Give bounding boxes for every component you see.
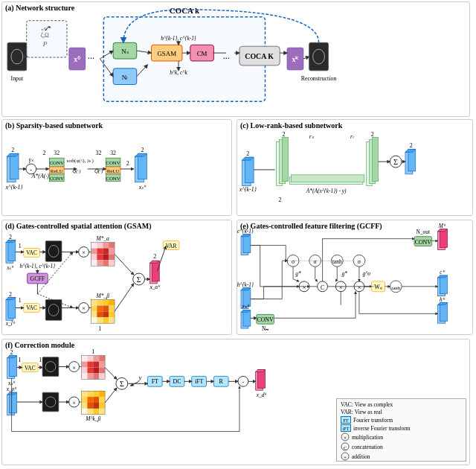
- svg-rect-275: [440, 275, 448, 294]
- svg-text:soft(φ(·ᵢ), λₖ): soft(φ(·ᵢ), λₖ): [67, 158, 94, 164]
- svg-rect-158: [97, 300, 103, 306]
- svg-text:1: 1: [19, 243, 22, 249]
- svg-rect-4: [7, 42, 27, 71]
- svg-rect-274: [438, 278, 446, 296]
- svg-rect-166: [97, 311, 103, 317]
- svg-rect-346: [87, 409, 93, 415]
- section-d-label: (d) Gates-controlled spatial attention (…: [5, 222, 151, 230]
- add-desc: addition: [352, 453, 370, 460]
- svg-rect-322: [99, 362, 105, 368]
- svg-text:N_out: N_out: [416, 229, 431, 235]
- svg-rect-323: [81, 368, 87, 374]
- svg-rect-348: [99, 409, 105, 415]
- svg-text:CONV: CONV: [106, 160, 120, 165]
- svg-marker-44: [7, 153, 19, 156]
- svg-rect-92: [367, 142, 373, 186]
- svg-text:CONV: CONV: [257, 316, 274, 323]
- svg-point-131: [48, 304, 59, 316]
- svg-text:y: y: [138, 374, 142, 381]
- svg-text:C: C: [321, 284, 324, 291]
- svg-rect-302: [7, 395, 15, 415]
- svg-line-355: [105, 368, 117, 380]
- svg-rect-180: [149, 263, 157, 284]
- svg-rect-170: [97, 317, 103, 323]
- svg-point-235: [354, 281, 364, 292]
- svg-text:2: 2: [9, 291, 12, 298]
- concat-desc: concatenation: [352, 444, 383, 450]
- svg-text:C: C: [344, 445, 347, 451]
- svg-text:γₛ: γₛ: [29, 156, 33, 163]
- svg-rect-68: [106, 174, 120, 182]
- svg-rect-362: [170, 376, 184, 386]
- svg-rect-202: [241, 290, 248, 309]
- svg-text:2: 2: [371, 131, 374, 138]
- svg-marker-280: [438, 303, 448, 305]
- svg-rect-290: [10, 356, 17, 377]
- svg-rect-140: [97, 243, 103, 249]
- svg-point-263: [390, 281, 402, 293]
- svg-text:2: 2: [279, 197, 282, 203]
- svg-rect-90: [289, 177, 362, 185]
- svg-rect-76: [135, 156, 144, 182]
- svg-text:h^k, c^k: h^k, c^k: [170, 69, 187, 76]
- svg-marker-291: [7, 356, 17, 358]
- svg-rect-335: [93, 391, 99, 397]
- svg-point-312: [69, 397, 80, 407]
- svg-rect-127: [45, 241, 62, 262]
- svg-rect-66: [106, 167, 120, 174]
- svg-text:×: ×: [82, 304, 86, 312]
- svg-rect-306: [42, 392, 59, 412]
- svg-text:Q̂(·): Q̂(·): [94, 168, 103, 174]
- svg-text:1: 1: [39, 357, 42, 363]
- svg-rect-359: [147, 376, 162, 386]
- svg-rect-266: [414, 237, 432, 246]
- section-a: (a) Network structure 𝒜* P ζ,Ω Input x⁰ …: [1, 1, 470, 117]
- svg-rect-349: [81, 391, 105, 415]
- svg-rect-347: [93, 409, 99, 415]
- svg-text:-: -: [30, 166, 32, 173]
- svg-text:FT: FT: [152, 378, 158, 385]
- svg-rect-165: [91, 311, 97, 317]
- svg-text:CONV: CONV: [106, 176, 120, 181]
- ift-desc: inverse Fourier transform: [353, 425, 411, 432]
- svg-text:M*_β: M*_β: [96, 293, 110, 299]
- svg-text:Wₑ: Wₑ: [374, 284, 382, 290]
- svg-text:xₛᵏ: xₛᵏ: [6, 264, 14, 271]
- svg-rect-279: [440, 303, 448, 322]
- svg-rect-333: [81, 391, 87, 397]
- svg-rect-21: [190, 45, 214, 61]
- svg-line-27: [137, 51, 152, 53]
- svg-text:ReLU: ReLU: [51, 168, 63, 173]
- svg-rect-331: [81, 356, 105, 380]
- svg-text:×: ×: [302, 284, 306, 291]
- svg-rect-374: [256, 371, 263, 390]
- svg-text:2: 2: [9, 234, 12, 240]
- svg-text:xₐᵏ: xₐᵏ: [7, 380, 16, 386]
- svg-point-371: [238, 376, 248, 386]
- svg-point-128: [48, 246, 59, 258]
- svg-rect-53: [49, 158, 64, 167]
- section-b-svg: 2 x^{k-1} - γₛ A*(A(·)) CONV ReLU CONV 3…: [2, 120, 231, 215]
- svg-text:VAR: VAR: [166, 243, 177, 249]
- svg-rect-8: [69, 48, 86, 70]
- svg-text:x^{k-1}: x^{k-1}: [5, 184, 24, 191]
- svg-rect-210: [257, 314, 274, 324]
- svg-text:Reconstruction: Reconstruction: [301, 75, 337, 82]
- svg-rect-146: [109, 249, 115, 255]
- svg-text:cᵏ: cᵏ: [440, 269, 445, 275]
- svg-text:GSAM: GSAM: [157, 50, 176, 57]
- svg-marker-376: [256, 370, 266, 372]
- svg-text:COCA k: COCA k: [170, 6, 200, 15]
- svg-rect-206: [241, 312, 248, 328]
- svg-rect-278: [438, 305, 446, 324]
- svg-marker-276: [438, 275, 448, 278]
- svg-text:×: ×: [72, 364, 76, 371]
- svg-line-197: [157, 246, 166, 272]
- svg-rect-334: [87, 391, 93, 397]
- svg-rect-341: [81, 403, 87, 409]
- svg-point-307: [45, 397, 56, 407]
- svg-text:Nₗ: Nₗ: [122, 74, 128, 81]
- svg-rect-342: [87, 403, 93, 409]
- svg-rect-375: [258, 370, 266, 389]
- svg-rect-169: [91, 317, 97, 323]
